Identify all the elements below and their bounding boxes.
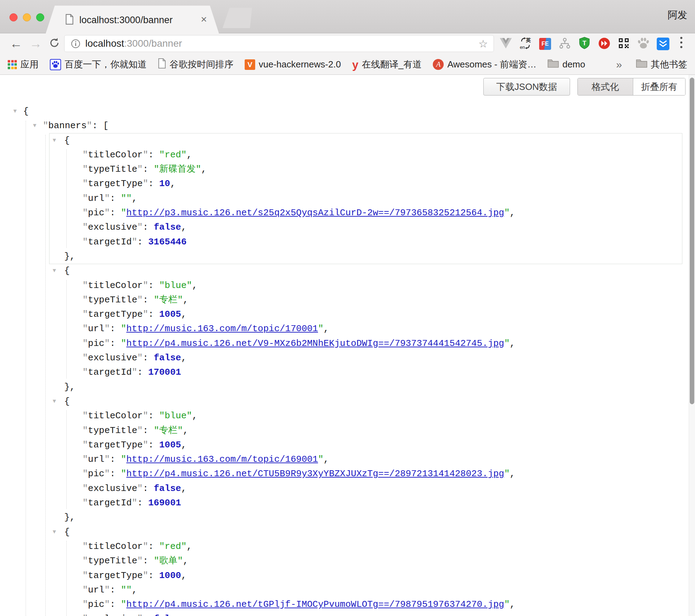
- collapse-toggle-icon[interactable]: ▼: [53, 264, 56, 278]
- bookmark-label: 应用: [20, 58, 39, 71]
- bookmarks-bar: 应用百度一下，你就知道谷歌按时间排序Vvue-hackernews-2.0y在线…: [0, 54, 695, 75]
- bookmark-label: demo: [562, 59, 585, 70]
- bookmark-item[interactable]: 百度一下，你就知道: [50, 58, 147, 71]
- download-manager-icon[interactable]: [656, 37, 670, 51]
- json-key: targetType: [88, 178, 143, 189]
- json-number-value: 170001: [148, 367, 181, 378]
- collapse-toggle-icon[interactable]: ▼: [13, 104, 17, 119]
- json-line: "titleColor": "blue",: [0, 278, 689, 293]
- json-line: "typeTitle": "专栏",: [0, 424, 689, 438]
- json-key: titleColor: [88, 411, 143, 421]
- fe-helper-icon[interactable]: FE: [538, 37, 552, 51]
- url-host: localhost: [85, 38, 124, 49]
- json-number-value: 3165446: [148, 237, 186, 247]
- org-chart-icon[interactable]: [558, 37, 572, 51]
- json-line: "exclusive": false,: [0, 351, 689, 365]
- maximize-window-button[interactable]: [36, 13, 44, 21]
- json-link[interactable]: http://p4.music.126.net/CTU5B9R9y3XyYBZX…: [126, 468, 504, 479]
- view-mode-button-group: 格式化 折叠所有: [577, 78, 686, 96]
- json-key: typeTitle: [88, 425, 137, 436]
- json-string-value: "歌单": [154, 556, 183, 566]
- collapse-toggle-icon[interactable]: ▼: [33, 119, 37, 133]
- json-key: pic: [88, 208, 105, 218]
- format-button[interactable]: 格式化: [578, 78, 633, 95]
- tampermonkey-icon[interactable]: T: [577, 37, 591, 51]
- download-json-button[interactable]: 下载JSON数据: [483, 78, 570, 96]
- svg-text:英: 英: [525, 37, 531, 43]
- address-bar[interactable]: localhost:3000/banner ☆: [64, 35, 494, 52]
- active-tab[interactable]: localhost:3000/banner ×: [46, 6, 219, 34]
- json-string-value: "专栏": [154, 425, 183, 436]
- json-key: url: [88, 323, 105, 334]
- json-line: },: [0, 249, 689, 264]
- json-key: titleColor: [88, 150, 143, 160]
- bookmark-item[interactable]: Vvue-hackernews-2.0: [245, 59, 341, 70]
- baidu-paw-icon: [50, 59, 61, 70]
- collapse-toggle-icon[interactable]: ▼: [53, 394, 56, 409]
- json-key: pic: [88, 468, 105, 479]
- vue-devtools-icon[interactable]: [499, 37, 513, 51]
- bookmarks-overflow-icon[interactable]: »: [616, 59, 622, 71]
- youdao-icon: y: [352, 59, 358, 70]
- json-number-value: 169001: [148, 498, 181, 508]
- qr-code-icon[interactable]: [617, 37, 631, 51]
- json-key: url: [88, 454, 105, 465]
- reload-icon[interactable]: [48, 37, 60, 52]
- page-scrollbar[interactable]: [689, 75, 695, 616]
- tab-close-icon[interactable]: ×: [201, 13, 207, 25]
- forward-icon: →: [29, 36, 42, 51]
- bookmark-star-icon[interactable]: ☆: [478, 38, 488, 50]
- json-key: typeTitle: [88, 556, 137, 566]
- bookmark-item[interactable]: 应用: [8, 58, 39, 71]
- json-key: pic: [88, 599, 105, 610]
- json-link[interactable]: http://p4.music.126.net/tGPljf-IMOCyPvum…: [126, 599, 504, 610]
- json-line: "url": "",: [0, 583, 689, 597]
- close-window-button[interactable]: [9, 13, 18, 21]
- browser-menu-icon[interactable]: [680, 37, 682, 48]
- json-link[interactable]: http://p4.music.126.net/V9-MXz6b2MNhEKju…: [126, 338, 504, 349]
- json-line: "typeTitle": "专栏",: [0, 293, 689, 307]
- json-key: exclusive: [88, 483, 137, 494]
- json-key: titleColor: [88, 541, 143, 552]
- page-info-icon[interactable]: [71, 39, 80, 48]
- json-number-value: 10: [159, 178, 170, 189]
- collapse-toggle-icon[interactable]: ▼: [53, 525, 56, 539]
- bookmark-label: 百度一下，你就知道: [65, 58, 147, 71]
- svg-text:T: T: [583, 40, 587, 47]
- json-key: exclusive: [88, 222, 137, 232]
- bookmark-item[interactable]: demo: [548, 59, 585, 70]
- minimize-window-button[interactable]: [23, 13, 31, 21]
- collapse-toggle-icon[interactable]: ▼: [53, 133, 56, 148]
- json-key: pic: [88, 338, 105, 349]
- json-line: "targetType": 1000,: [0, 569, 689, 583]
- json-key: targetType: [88, 440, 143, 450]
- bookmark-item[interactable]: 谷歌按时间排序: [158, 58, 233, 71]
- collapse-all-button[interactable]: 折叠所有: [633, 78, 685, 95]
- json-link[interactable]: http://p3.music.126.net/s25q2x5QyqsAzilC…: [126, 208, 504, 218]
- new-tab-button[interactable]: [223, 8, 252, 28]
- bookmark-item[interactable]: y在线翻译_有道: [352, 58, 422, 71]
- json-line: "typeTitle": "歌单",: [0, 554, 689, 568]
- json-link[interactable]: http://music.163.com/m/topic/169001: [126, 454, 318, 465]
- back-icon[interactable]: ←: [10, 36, 22, 51]
- json-line: "typeTitle": "新碟首发",: [0, 162, 689, 177]
- json-boolean-value: false: [154, 483, 181, 494]
- scrollbar-thumb[interactable]: [690, 78, 694, 404]
- json-key: typeTitle: [88, 295, 137, 305]
- other-bookmarks-folder[interactable]: 其他书签: [636, 58, 687, 71]
- json-boolean-value: false: [154, 353, 181, 363]
- json-line: "targetId": 3165446: [0, 235, 689, 249]
- profile-name[interactable]: 阿发: [668, 8, 687, 22]
- translate-icon[interactable]: 英en: [518, 37, 532, 51]
- bookmark-item[interactable]: AAwesomes - 前端资…: [433, 58, 536, 71]
- json-key: exclusive: [88, 614, 137, 616]
- json-key: banners: [48, 120, 87, 131]
- bookmark-label: Awesomes - 前端资…: [447, 58, 536, 71]
- paw-icon[interactable]: [636, 37, 650, 51]
- json-string-value: "专栏": [154, 295, 183, 305]
- json-link[interactable]: http://music.163.com/m/topic/170001: [126, 323, 318, 334]
- json-key: targetId: [88, 498, 132, 508]
- folder-icon: [636, 59, 647, 70]
- json-line: ▼{: [0, 394, 689, 409]
- fast-forward-icon[interactable]: [597, 37, 611, 51]
